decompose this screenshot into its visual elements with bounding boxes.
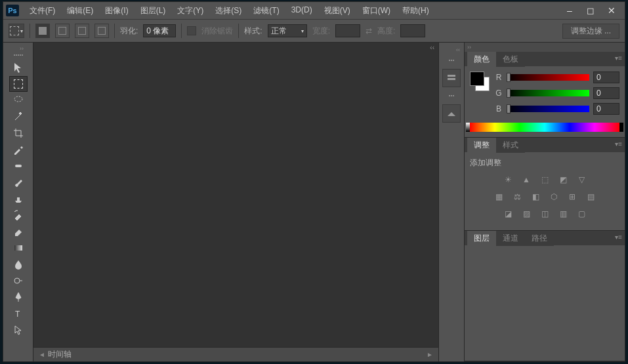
menu-help[interactable]: 帮助(H) — [397, 3, 434, 19]
tools-grip[interactable] — [9, 54, 28, 58]
feather-input[interactable] — [143, 24, 176, 37]
marquee-tool[interactable] — [9, 76, 28, 92]
menu-image[interactable]: 图像(I) — [100, 3, 133, 19]
type-tool[interactable]: T — [9, 306, 28, 321]
doc-bar-expand-icon[interactable]: ‹‹ — [430, 44, 434, 51]
color-swatches[interactable] — [470, 71, 490, 91]
selection-intersect-icon[interactable] — [94, 24, 109, 38]
brightness-icon[interactable]: ☀ — [502, 174, 514, 186]
pen-tool[interactable] — [9, 289, 28, 305]
g-input[interactable] — [593, 87, 619, 99]
tools-expand-icon[interactable]: ›› — [20, 45, 24, 52]
menu-select[interactable]: 选择(S) — [210, 3, 247, 19]
blur-tool[interactable] — [9, 256, 28, 272]
add-adjustment-label: 添加调整 — [470, 157, 619, 169]
midcol-grip-2[interactable] — [442, 95, 461, 99]
layers-panel-menu-icon[interactable]: ▾≡ — [615, 233, 622, 241]
svg-rect-1 — [15, 165, 22, 167]
b-slider[interactable] — [507, 106, 589, 112]
hue-sat-icon[interactable]: ▦ — [493, 191, 505, 203]
brush-tool[interactable] — [9, 174, 28, 190]
minimize-button[interactable]: – — [559, 5, 580, 16]
lasso-tool[interactable] — [9, 92, 28, 108]
canvas-area[interactable]: ‹‹ ◄ 时间轴 ► — [33, 43, 438, 361]
healing-brush-tool[interactable] — [9, 158, 28, 174]
tab-adjustments[interactable]: 调整 — [467, 138, 496, 153]
menu-filter[interactable]: 滤镜(T) — [248, 3, 284, 19]
color-panel-tabs: 颜色 色板 ▾≡ — [465, 52, 625, 66]
curves-icon[interactable]: ⬚ — [539, 174, 551, 186]
panels-collapse-icon[interactable]: ›› — [465, 43, 474, 52]
layers-panel-body[interactable] — [465, 245, 625, 361]
magic-wand-tool[interactable] — [9, 109, 28, 125]
gradient-tool[interactable] — [9, 240, 28, 256]
menu-3d[interactable]: 3D(D) — [286, 3, 318, 19]
menu-edit[interactable]: 编辑(E) — [62, 3, 98, 19]
timeline-scroll-right-icon[interactable]: ► — [427, 351, 433, 358]
adjustments-panel-body: 添加调整 ☀ ▲ ⬚ ◩ ▽ ▦ ⚖ ◧ ⬡ ⊞ ▤ — [465, 152, 625, 230]
swap-wh-icon: ⇄ — [366, 26, 372, 35]
dodge-tool[interactable] — [9, 273, 28, 289]
history-panel-icon[interactable] — [442, 69, 461, 87]
fg-color-swatch[interactable] — [470, 71, 484, 86]
tab-channels[interactable]: 通道 — [496, 231, 525, 246]
eraser-tool[interactable] — [9, 224, 28, 239]
style-select[interactable]: 正常▾ — [268, 24, 307, 37]
invert-icon[interactable]: ◪ — [502, 208, 514, 220]
move-tool[interactable] — [9, 60, 28, 75]
r-input[interactable] — [593, 71, 619, 83]
tab-styles[interactable]: 样式 — [496, 138, 525, 153]
levels-icon[interactable]: ▲ — [520, 174, 532, 186]
window-controls: – ◻ ✕ — [559, 5, 622, 16]
path-selection-tool[interactable] — [9, 322, 28, 338]
collapsed-panels-column: ‹‹ — [438, 43, 465, 361]
bw-icon[interactable]: ◧ — [530, 191, 541, 203]
r-slider[interactable] — [507, 74, 589, 81]
eyedropper-tool[interactable] — [9, 142, 28, 157]
vibrance-icon[interactable]: ▽ — [576, 174, 587, 186]
tab-swatches[interactable]: 色板 — [496, 52, 525, 67]
threshold-icon[interactable]: ◫ — [539, 208, 551, 220]
tab-layers[interactable]: 图层 — [467, 231, 496, 246]
menu-type[interactable]: 文字(Y) — [172, 3, 209, 19]
channel-mixer-icon[interactable]: ⊞ — [566, 191, 578, 203]
selection-new-icon[interactable] — [35, 24, 50, 38]
antialias-checkbox — [187, 26, 196, 35]
b-input[interactable] — [593, 103, 619, 115]
menu-file[interactable]: 文件(F) — [24, 3, 60, 19]
crop-tool[interactable] — [9, 125, 28, 141]
close-button[interactable]: ✕ — [601, 5, 622, 16]
exposure-icon[interactable]: ◩ — [557, 174, 569, 186]
lookup-icon[interactable]: ▤ — [585, 191, 597, 203]
color-balance-icon[interactable]: ⚖ — [511, 191, 523, 203]
adjustments-panel-menu-icon[interactable]: ▾≡ — [615, 140, 622, 148]
history-brush-tool[interactable] — [9, 207, 28, 223]
tab-paths[interactable]: 路径 — [525, 231, 554, 246]
options-bar: ▾ 羽化: 消除锯齿 样式: 正常▾ 宽度: ⇄ 高度: 调整边缘 ... — [3, 19, 625, 43]
menu-view[interactable]: 视图(V) — [319, 3, 356, 19]
maximize-button[interactable]: ◻ — [580, 5, 601, 16]
timeline-scroll-left-icon[interactable]: ◄ — [39, 351, 45, 358]
selective-color-icon[interactable]: ▢ — [576, 208, 587, 220]
photo-filter-icon[interactable]: ⬡ — [548, 191, 560, 203]
properties-panel-icon[interactable] — [442, 104, 461, 123]
refine-edge-button[interactable]: 调整边缘 ... — [562, 24, 619, 39]
color-panel: 颜色 色板 ▾≡ R — [465, 52, 625, 138]
clone-stamp-tool[interactable] — [9, 191, 28, 207]
midcol-grip[interactable] — [442, 60, 461, 64]
tab-color[interactable]: 颜色 — [467, 52, 496, 67]
timeline-label[interactable]: 时间轴 — [48, 349, 72, 360]
color-panel-menu-icon[interactable]: ▾≡ — [615, 54, 622, 62]
posterize-icon[interactable]: ▨ — [520, 208, 532, 220]
midcol-expand-icon[interactable]: ‹‹ — [456, 47, 460, 53]
layers-panel: 图层 通道 路径 ▾≡ — [465, 231, 625, 361]
selection-add-icon[interactable] — [55, 24, 70, 38]
width-input — [335, 24, 360, 37]
selection-subtract-icon[interactable] — [75, 24, 89, 38]
g-slider[interactable] — [507, 90, 589, 96]
gradient-map-icon[interactable]: ▥ — [557, 208, 569, 220]
current-tool-indicator[interactable]: ▾ — [9, 24, 24, 38]
menu-layer[interactable]: 图层(L) — [135, 3, 171, 19]
menu-window[interactable]: 窗口(W) — [357, 3, 396, 19]
hue-spectrum[interactable] — [470, 123, 619, 132]
